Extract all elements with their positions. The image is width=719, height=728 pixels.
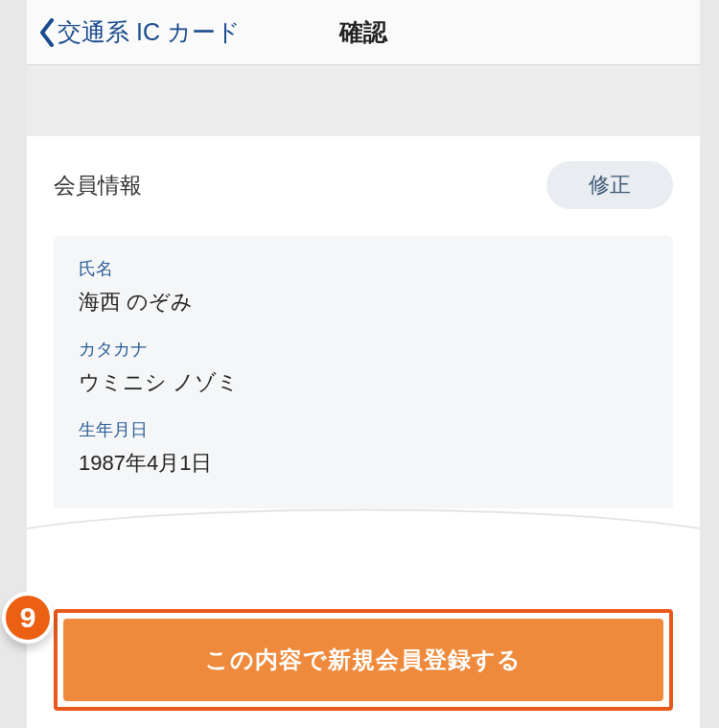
step-number: 9 (20, 601, 36, 634)
field-name: 氏名 海西 のぞみ (79, 257, 648, 317)
chevron-left-icon (38, 18, 56, 47)
content-area: 会員情報 修正 氏名 海西 のぞみ カタカナ ウミニシ ノゾミ 生年月日 198… (27, 136, 700, 508)
screen-frame: 交通系 IC カード 確認 会員情報 修正 氏名 海西 のぞみ カタカナ ウミニ… (27, 0, 700, 728)
field-dob-value: 1987年4月1日 (79, 449, 648, 478)
field-name-value: 海西 のぞみ (79, 288, 648, 317)
member-info-card: 氏名 海西 のぞみ カタカナ ウミニシ ノゾミ 生年月日 1987年4月1日 (54, 236, 673, 508)
section-title: 会員情報 (54, 171, 142, 200)
field-dob: 生年月日 1987年4月1日 (79, 418, 648, 478)
section-header: 会員情報 修正 (54, 161, 673, 209)
page-title: 確認 (339, 16, 387, 48)
field-name-label: 氏名 (79, 257, 648, 280)
cta-highlight-frame: この内容で新規会員登録する (54, 609, 673, 711)
field-kana: カタカナ ウミニシ ノゾミ (79, 338, 648, 397)
back-button[interactable]: 交通系 IC カード (27, 0, 248, 64)
field-dob-label: 生年月日 (79, 418, 648, 441)
step-badge: 9 (2, 592, 54, 644)
field-kana-label: カタカナ (79, 338, 648, 361)
header-gap (27, 65, 700, 136)
edit-button[interactable]: 修正 (546, 161, 673, 209)
bottom-cta-area: この内容で新規会員登録する (27, 599, 700, 728)
back-label: 交通系 IC カード (58, 16, 241, 48)
field-kana-value: ウミニシ ノゾミ (79, 368, 648, 397)
register-button[interactable]: この内容で新規会員登録する (63, 619, 663, 701)
nav-header: 交通系 IC カード 確認 (27, 0, 700, 65)
